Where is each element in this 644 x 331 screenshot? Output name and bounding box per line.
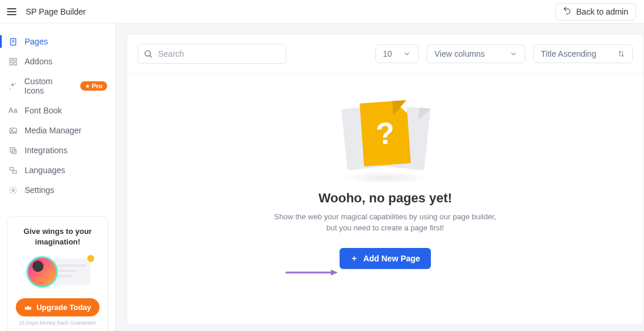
sort-arrows-icon <box>617 50 625 58</box>
chevron-down-icon <box>403 50 411 58</box>
sidebar-item-addons[interactable]: Addons <box>0 51 115 71</box>
search-input[interactable] <box>138 44 286 64</box>
topbar: SP Page Builder Back to admin <box>0 0 644 23</box>
sidebar-item-integrations[interactable]: Integrations <box>0 140 115 160</box>
empty-illustration: ? <box>333 98 438 186</box>
grid-icon <box>8 57 18 66</box>
flags-icon <box>8 166 18 175</box>
sidebar-item-pages[interactable]: Pages <box>0 32 115 51</box>
upgrade-button-label: Upgrade Today <box>36 303 91 312</box>
sidebar-item-custom-icons[interactable]: Custom Icons Pro <box>0 71 115 101</box>
toolbar-right: 10 View columns Title Ascending <box>375 44 633 63</box>
promo-title: Give wings to your imagination! <box>15 226 101 247</box>
plus-icon <box>350 254 358 263</box>
view-columns-label: View columns <box>434 49 485 58</box>
back-to-admin-label: Back to admin <box>576 7 628 16</box>
chevron-down-icon <box>509 50 518 58</box>
sidebar-nav: Pages Addons Custom Icons Pro Aa <box>0 23 115 200</box>
panel-toolbar: 10 View columns Title Ascending <box>127 35 643 74</box>
sort-select[interactable]: Title Ascending <box>533 44 633 63</box>
page-size-select[interactable]: 10 <box>375 44 419 63</box>
layout: Pages Addons Custom Icons Pro Aa <box>0 23 644 331</box>
menu-toggle-button[interactable] <box>6 6 18 18</box>
empty-title: Wooho, no pages yet! <box>127 191 643 206</box>
sidebar-item-label: Media Manager <box>25 126 81 135</box>
promo-illustration <box>23 254 93 291</box>
svg-point-13 <box>12 189 14 191</box>
svg-rect-4 <box>13 62 16 64</box>
svg-marker-16 <box>331 270 338 275</box>
svg-point-5 <box>15 83 16 84</box>
svg-rect-1 <box>9 58 12 60</box>
sidebar-item-label: Font Book <box>25 106 62 115</box>
page-size-value: 10 <box>383 49 392 58</box>
annotation-arrow-icon <box>285 268 338 277</box>
pro-badge-label: Pro <box>92 82 102 89</box>
file-icon <box>8 37 18 46</box>
app-title: SP Page Builder <box>26 7 85 16</box>
sidebar-item-label: Custom Icons <box>25 77 73 95</box>
sidebar-item-media-manager[interactable]: Media Manager <box>0 120 115 140</box>
svg-point-8 <box>11 129 12 130</box>
font-icon: Aa <box>8 106 18 115</box>
sidebar-item-settings[interactable]: Settings <box>0 180 115 200</box>
pages-panel: 10 View columns Title Ascending <box>126 34 644 325</box>
gear-icon <box>8 185 18 195</box>
pro-badge: Pro <box>80 81 107 91</box>
sparkle-icon <box>8 81 18 91</box>
add-new-page-label: Add New Page <box>363 254 420 263</box>
star-icon <box>85 84 90 89</box>
sidebar-item-label: Pages <box>25 37 48 46</box>
upgrade-button[interactable]: Upgrade Today <box>16 298 100 316</box>
upgrade-promo-card: Give wings to your imagination! Upgrade … <box>7 216 108 331</box>
empty-state: ? Wooho, no pages yet! Show the web your… <box>127 74 643 269</box>
svg-point-6 <box>9 88 11 89</box>
svg-rect-11 <box>9 167 13 170</box>
sort-label: Title Ascending <box>541 49 596 58</box>
svg-rect-3 <box>9 62 12 64</box>
crown-icon <box>24 304 32 312</box>
sidebar: Pages Addons Custom Icons Pro Aa <box>0 23 116 331</box>
main-content: 10 View columns Title Ascending <box>116 23 644 331</box>
search-wrap <box>138 44 286 64</box>
undo-icon <box>563 7 571 16</box>
svg-rect-10 <box>12 149 16 153</box>
svg-rect-12 <box>12 171 16 173</box>
view-columns-select[interactable]: View columns <box>427 44 525 63</box>
sidebar-item-label: Integrations <box>25 146 67 155</box>
empty-description: Show the web your magical capabilities b… <box>268 212 502 234</box>
sidebar-item-font-book[interactable]: Aa Font Book <box>0 101 115 120</box>
image-icon <box>8 126 18 135</box>
back-to-admin-button[interactable]: Back to admin <box>555 3 636 20</box>
promo-subtext: 15 Days Money Back Guarantee! <box>15 320 101 326</box>
add-new-page-button[interactable]: Add New Page <box>340 248 430 269</box>
sidebar-item-label: Languages <box>25 166 65 175</box>
overlap-icon <box>8 146 18 155</box>
search-icon <box>143 49 153 58</box>
topbar-left: SP Page Builder <box>6 6 85 18</box>
sidebar-item-label: Settings <box>25 185 54 195</box>
sidebar-item-languages[interactable]: Languages <box>0 160 115 180</box>
svg-point-14 <box>145 51 150 56</box>
svg-rect-2 <box>13 58 16 60</box>
sidebar-item-label: Addons <box>25 57 52 66</box>
